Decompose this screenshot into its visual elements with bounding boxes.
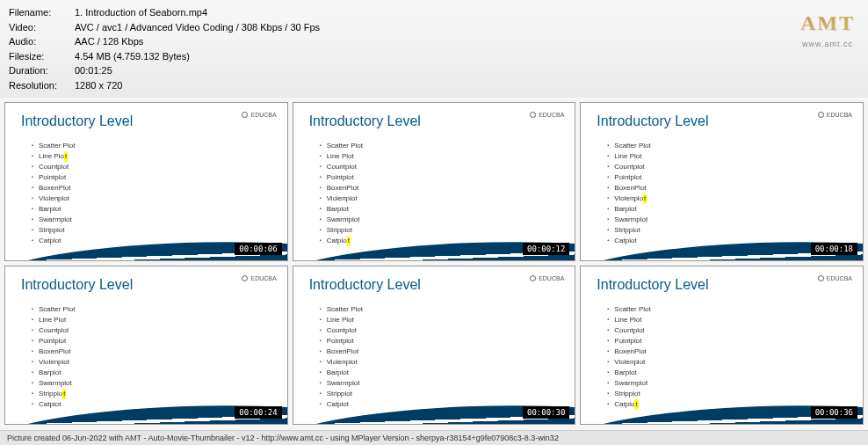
thumbnail-6[interactable]: EDUCBAIntroductory LevelScatter PlotLine… bbox=[580, 266, 864, 425]
brand-text: EDUCBA bbox=[827, 275, 852, 281]
list-item-text: Line Plo bbox=[39, 152, 64, 160]
audio-label: Audio: bbox=[9, 34, 75, 49]
thumbnail-grid: EDUCBAIntroductory LevelScatter PlotLine… bbox=[0, 98, 868, 429]
list-item: Barplot bbox=[32, 204, 287, 215]
list-item: Pointplot bbox=[32, 172, 287, 183]
list-item: Stripplot bbox=[607, 225, 863, 236]
thumbnail-3[interactable]: EDUCBAIntroductory LevelScatter PlotLine… bbox=[580, 102, 864, 261]
list-item: Countplot bbox=[32, 325, 287, 336]
amt-logo: AMT www.amt.cc bbox=[800, 7, 855, 51]
brand-badge: EDUCBA bbox=[530, 112, 564, 118]
amt-url: www.amt.cc bbox=[800, 39, 855, 51]
list-item: Stripplot bbox=[320, 225, 575, 236]
list-item: Line Plot bbox=[607, 151, 863, 162]
timestamp: 00:00:12 bbox=[523, 243, 569, 255]
list-item-text: Catplo bbox=[327, 237, 347, 244]
info-header: Filename:1. Introduction of Seaborn.mp4 … bbox=[0, 0, 868, 98]
amt-logo-text: AMT bbox=[800, 7, 855, 39]
slide-list: Scatter PlotLine PlotCountplotPointplotB… bbox=[581, 136, 863, 246]
list-item: Pointplot bbox=[320, 172, 575, 183]
brand-text: EDUCBA bbox=[827, 112, 852, 118]
brand-icon bbox=[530, 112, 536, 118]
list-item: BoxenPlot bbox=[320, 347, 575, 357]
list-item: Stripplot bbox=[32, 225, 287, 236]
list-item: Line Plot bbox=[320, 315, 575, 325]
slide-title: Introductory Level bbox=[5, 266, 287, 300]
list-item: Pointplot bbox=[607, 336, 863, 347]
list-item: Countplot bbox=[607, 325, 863, 336]
duration-label: Duration: bbox=[9, 63, 75, 78]
brand-badge: EDUCBA bbox=[242, 275, 276, 281]
list-item: Swarmplot bbox=[32, 378, 287, 389]
slide-title: Introductory Level bbox=[581, 103, 863, 136]
list-item: Stripplot bbox=[32, 389, 287, 399]
thumbnail-1[interactable]: EDUCBAIntroductory LevelScatter PlotLine… bbox=[4, 102, 288, 261]
filename-value: 1. Introduction of Seaborn.mp4 bbox=[75, 5, 207, 20]
list-item: Line Plot bbox=[607, 315, 863, 325]
list-item: Pointplot bbox=[32, 336, 287, 347]
timestamp: 00:00:24 bbox=[235, 406, 281, 419]
list-item: Barplot bbox=[320, 204, 575, 215]
list-item: BoxenPlot bbox=[607, 347, 863, 357]
list-item: Scatter Plot bbox=[607, 304, 863, 315]
list-item: BoxenPlot bbox=[320, 183, 575, 193]
list-item: Swarmplot bbox=[607, 215, 863, 225]
slide-title: Introductory Level bbox=[293, 103, 575, 136]
list-item: Line Plot bbox=[32, 151, 287, 162]
filesize-value: 4.54 MB (4.759.132 Bytes) bbox=[75, 49, 190, 64]
list-item: Scatter Plot bbox=[32, 141, 287, 151]
list-item: Scatter Plot bbox=[320, 141, 575, 151]
brand-badge: EDUCBA bbox=[818, 275, 852, 281]
filename-label: Filename: bbox=[9, 5, 75, 20]
cursor-highlight: t bbox=[62, 389, 66, 399]
list-item: BoxenPlot bbox=[32, 347, 287, 357]
slide-title: Introductory Level bbox=[5, 103, 287, 136]
list-item-text: Stripplo bbox=[39, 390, 62, 398]
list-item: BoxenPlot bbox=[32, 183, 287, 193]
cursor-highlight: t bbox=[347, 236, 351, 246]
thumbnail-4[interactable]: EDUCBAIntroductory LevelScatter PlotLine… bbox=[4, 266, 288, 425]
list-item: Scatter Plot bbox=[320, 304, 575, 315]
list-item: Countplot bbox=[320, 325, 575, 336]
brand-icon bbox=[530, 275, 536, 281]
list-item: Violenplot bbox=[32, 357, 287, 368]
list-item: Barplot bbox=[607, 368, 863, 378]
video-value: AVC / avc1 / Advanced Video Coding / 308… bbox=[75, 20, 320, 35]
list-item: Countplot bbox=[320, 162, 575, 172]
list-item: Violenplot bbox=[607, 357, 863, 368]
list-item: Pointplot bbox=[607, 172, 863, 183]
thumbnail-2[interactable]: EDUCBAIntroductory LevelScatter PlotLine… bbox=[293, 102, 576, 261]
list-item: Scatter Plot bbox=[32, 304, 287, 315]
list-item: Countplot bbox=[32, 162, 287, 172]
list-item: Pointplot bbox=[320, 336, 575, 347]
resolution-value: 1280 x 720 bbox=[75, 78, 122, 93]
list-item-text: Catplo bbox=[614, 400, 634, 408]
list-item: Line Plot bbox=[32, 315, 287, 325]
list-item: Violenplot bbox=[320, 357, 575, 368]
brand-text: EDUCBA bbox=[539, 275, 564, 281]
list-item: Countplot bbox=[607, 162, 863, 172]
list-item: Scatter Plot bbox=[607, 141, 863, 151]
list-item: Swarmplot bbox=[320, 215, 575, 225]
footer-credits: Picture created 06-Jun-2022 with AMT - A… bbox=[0, 430, 868, 445]
brand-icon bbox=[242, 275, 248, 281]
list-item: Stripplot bbox=[607, 389, 863, 399]
thumbnail-5[interactable]: EDUCBAIntroductory LevelScatter PlotLine… bbox=[293, 266, 576, 425]
brand-badge: EDUCBA bbox=[818, 112, 852, 118]
filesize-label: Filesize: bbox=[9, 49, 75, 64]
brand-icon bbox=[818, 112, 824, 118]
list-item: BoxenPlot bbox=[607, 183, 863, 193]
slide-list: Scatter PlotLine PlotCountplotPointplotB… bbox=[5, 136, 287, 246]
brand-text: EDUCBA bbox=[250, 275, 276, 281]
timestamp: 00:00:06 bbox=[235, 243, 281, 255]
resolution-label: Resolution: bbox=[9, 78, 75, 93]
list-item: Barplot bbox=[607, 204, 863, 215]
list-item: Violenplot bbox=[320, 193, 575, 204]
slide-list: Scatter PlotLine PlotCountplotPointplotB… bbox=[293, 300, 575, 410]
brand-text: EDUCBA bbox=[250, 112, 276, 118]
cursor-highlight: t bbox=[634, 399, 638, 410]
audio-value: AAC / 128 Kbps bbox=[75, 34, 143, 49]
timestamp: 00:00:18 bbox=[811, 243, 857, 255]
slide-list: Scatter PlotLine PlotCountplotPointplotB… bbox=[293, 136, 575, 246]
list-item: Stripplot bbox=[320, 389, 575, 399]
